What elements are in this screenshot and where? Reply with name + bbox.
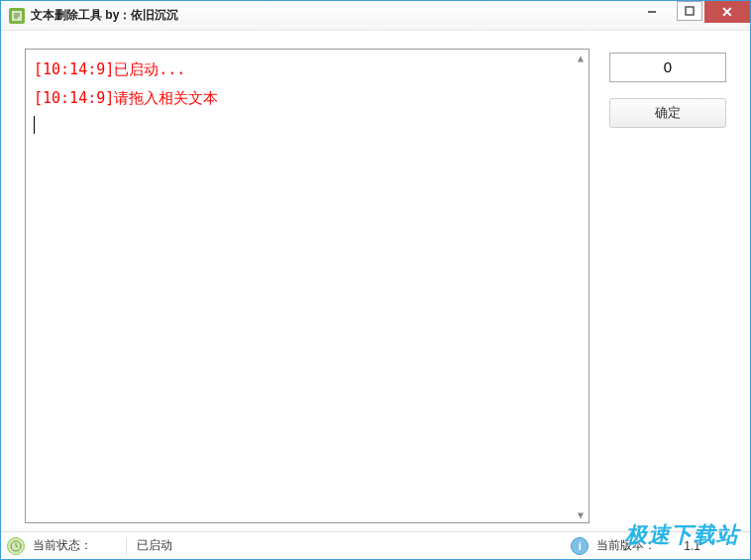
side-panel: 0 确定	[609, 49, 726, 523]
minimize-button[interactable]	[629, 1, 675, 23]
maximize-button[interactable]	[677, 1, 702, 21]
app-window: 文本删除工具 by：依旧沉沉 ✕ [10:14:9]已启动... [10:14:…	[0, 0, 751, 560]
close-button[interactable]: ✕	[704, 1, 750, 23]
confirm-button[interactable]: 确定	[609, 98, 726, 128]
titlebar[interactable]: 文本删除工具 by：依旧沉沉 ✕	[1, 1, 750, 31]
log-console[interactable]: [10:14:9]已启动... [10:14:9]请拖入相关文本 ▲ ▼	[25, 49, 590, 523]
text-cursor	[34, 116, 35, 134]
content-area: [10:14:9]已启动... [10:14:9]请拖入相关文本 ▲ ▼ 0 确…	[1, 31, 750, 531]
log-line: [10:14:9]已启动...	[34, 56, 581, 84]
statusbar: 当前状态： 已启动 i 当前版本： 1.1	[1, 531, 750, 559]
window-controls: ✕	[629, 1, 750, 30]
status-version-value: 1.1	[684, 539, 700, 553]
app-icon	[9, 8, 25, 24]
status-version-label: 当前版本：	[596, 537, 656, 554]
log-line: [10:14:9]请拖入相关文本	[34, 84, 581, 113]
status-state-value: 已启动	[137, 537, 172, 554]
clock-icon	[7, 537, 25, 555]
window-title: 文本删除工具 by：依旧沉沉	[31, 7, 178, 24]
counter-display: 0	[609, 53, 726, 82]
svg-rect-2	[686, 7, 694, 15]
scroll-down-icon: ▼	[573, 506, 589, 522]
status-state-label: 当前状态：	[33, 537, 92, 554]
info-icon: i	[571, 537, 589, 555]
